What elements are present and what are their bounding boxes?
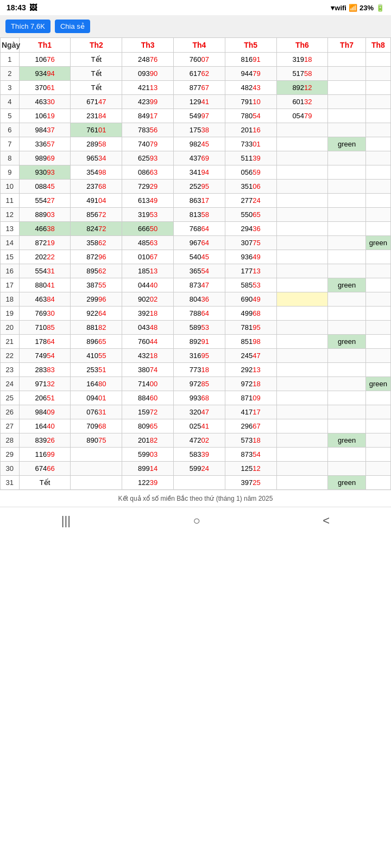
cell-th8 <box>365 194 390 208</box>
cell-th6 <box>276 137 328 151</box>
cell-th2 <box>71 448 122 462</box>
cell-th1: 98437 <box>19 123 71 137</box>
header-th6: Th6 <box>276 38 328 53</box>
cell-th6 <box>276 165 328 180</box>
cell-day: 22 <box>1 349 20 363</box>
cell-th2: 85672 <box>71 208 122 222</box>
cell-th1: 71085 <box>19 321 71 335</box>
cell-th5: 20116 <box>225 123 276 137</box>
cell-th2: 38755 <box>71 278 122 292</box>
cell-th6 <box>276 264 328 278</box>
cell-th4: 31695 <box>174 349 225 363</box>
cell-th4: 76864 <box>174 222 225 236</box>
home-circle-icon: ○ <box>193 514 200 527</box>
cell-th8 <box>365 67 390 81</box>
cell-th7: green <box>328 137 365 151</box>
cell-th8 <box>365 405 390 419</box>
cell-day: 4 <box>1 95 20 109</box>
nav-back-button[interactable]: < <box>323 514 330 528</box>
cell-th7 <box>328 194 365 208</box>
cell-th2: 92264 <box>71 307 122 321</box>
cell-day: 29 <box>1 448 20 462</box>
menu-icon: ||| <box>61 514 71 527</box>
cell-th2: 09401 <box>71 391 122 405</box>
cell-th1: 28383 <box>19 363 71 377</box>
cell-th6 <box>276 321 328 335</box>
cell-th3: 78356 <box>122 123 174 137</box>
cell-th4: 58339 <box>174 448 225 462</box>
cell-th5: 29213 <box>225 363 276 377</box>
cell-th6 <box>276 292 328 307</box>
cell-th7 <box>328 448 365 462</box>
cell-th8 <box>365 81 390 95</box>
cell-th8 <box>365 433 390 448</box>
cell-th2: 76101 <box>71 123 122 137</box>
cell-th2: 82472 <box>71 222 122 236</box>
cell-th1: 17864 <box>19 335 71 349</box>
cell-th8 <box>365 335 390 349</box>
cell-th3: 84917 <box>122 109 174 123</box>
cell-th3: 08663 <box>122 165 174 180</box>
cell-th6 <box>276 349 328 363</box>
cell-th2: Tết <box>71 81 122 95</box>
cell-th7 <box>328 222 365 236</box>
cell-th3: 89914 <box>122 462 174 476</box>
cell-th8 <box>365 448 390 462</box>
cell-th5: 97218 <box>225 377 276 391</box>
cell-th2: 07631 <box>71 405 122 419</box>
cell-th7 <box>328 321 365 335</box>
cell-th6 <box>276 222 328 236</box>
cell-th4: 86317 <box>174 194 225 208</box>
cell-th3: 15972 <box>122 405 174 419</box>
cell-th8: green <box>365 377 390 391</box>
cell-th5: 73301 <box>225 137 276 151</box>
cell-th5: 12512 <box>225 462 276 476</box>
cell-th4: 98245 <box>174 137 225 151</box>
cell-th6: 51758 <box>276 67 328 81</box>
cell-day: 19 <box>1 307 20 321</box>
cell-th4: 36554 <box>174 264 225 278</box>
footnote: Kết quả xổ số miền Bắc theo thứ (tháng 1… <box>0 490 391 507</box>
status-time: 18:43 <box>7 3 26 12</box>
cell-day: 30 <box>1 462 20 476</box>
cell-th5: 85198 <box>225 335 276 349</box>
cell-th1: 74954 <box>19 349 71 363</box>
cell-th6: 89212 <box>276 81 328 95</box>
cell-th4: 87347 <box>174 278 225 292</box>
cell-day: 1 <box>1 53 20 67</box>
cell-th8 <box>365 462 390 476</box>
cell-th2: 35498 <box>71 165 122 180</box>
cell-day: 9 <box>1 165 20 180</box>
cell-th3: 12239 <box>122 476 174 490</box>
cell-th5: 78054 <box>225 109 276 123</box>
nav-menu-button[interactable]: ||| <box>61 514 71 528</box>
cell-th2: 28958 <box>71 137 122 151</box>
signal-icon: 📶 <box>349 4 357 12</box>
battery-text: 23% <box>360 4 374 12</box>
cell-th8 <box>365 208 390 222</box>
nav-home-button[interactable]: ○ <box>193 514 200 528</box>
cell-th3: 71400 <box>122 377 174 391</box>
cell-th6 <box>276 278 328 292</box>
cell-th5: 30775 <box>225 236 276 250</box>
like-button[interactable]: Thích 7,6K <box>5 20 51 33</box>
cell-th1: 16440 <box>19 419 71 433</box>
cell-th5: 49968 <box>225 307 276 321</box>
cell-th7 <box>328 391 365 405</box>
cell-th7 <box>328 377 365 391</box>
share-button[interactable]: Chia sẻ <box>55 20 90 33</box>
cell-th3: 20182 <box>122 433 174 448</box>
cell-th1: Tết <box>19 476 71 490</box>
cell-th4: 43769 <box>174 151 225 165</box>
cell-th8 <box>365 349 390 363</box>
cell-th1: 55427 <box>19 194 71 208</box>
cell-th7 <box>328 165 365 180</box>
cell-th1: 10676 <box>19 53 71 67</box>
cell-th3: 04348 <box>122 321 174 335</box>
photo-icon: 🖼 <box>29 3 37 12</box>
cell-th8 <box>365 278 390 292</box>
cell-th4: 47202 <box>174 433 225 448</box>
cell-th1: 93093 <box>19 165 71 180</box>
cell-day: 11 <box>1 194 20 208</box>
cell-th2: 70968 <box>71 419 122 433</box>
